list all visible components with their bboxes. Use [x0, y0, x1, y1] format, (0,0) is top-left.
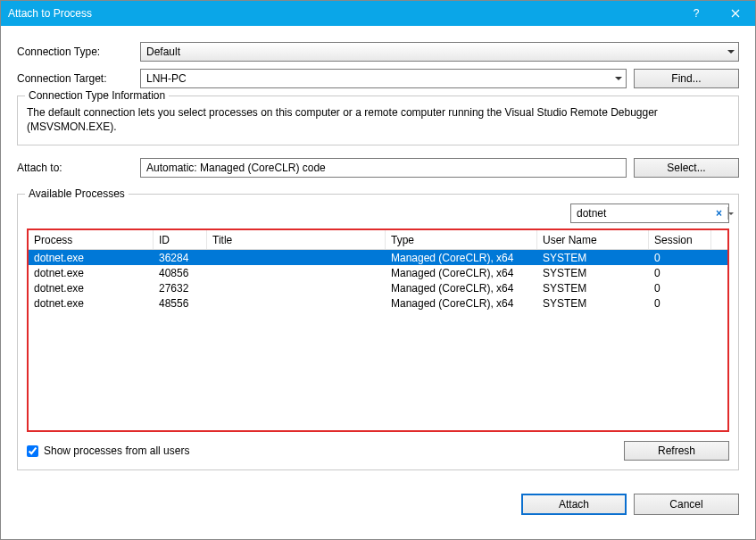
connection-type-label: Connection Type: [17, 46, 140, 58]
cell-process: dotnet.exe [29, 252, 154, 264]
filter-box[interactable]: × [570, 204, 729, 223]
cell-session: 0 [649, 252, 711, 264]
cell-id: 48556 [154, 297, 207, 310]
cell-id: 36284 [154, 252, 207, 264]
col-process[interactable]: Process [29, 230, 154, 249]
col-user[interactable]: User Name [537, 230, 649, 249]
available-processes-title: Available Processes [25, 187, 129, 200]
cell-process: dotnet.exe [29, 267, 154, 279]
filter-input[interactable] [577, 207, 710, 220]
attach-to-value: Automatic: Managed (CoreCLR) code [146, 162, 326, 174]
connection-target-combo[interactable]: LNH-PC [140, 69, 627, 88]
show-all-users-row[interactable]: Show processes from all users [27, 444, 189, 457]
show-all-users-label: Show processes from all users [44, 444, 189, 457]
cell-user: SYSTEM [537, 282, 649, 295]
select-button[interactable]: Select... [634, 158, 739, 178]
help-button[interactable]: ? [677, 1, 716, 26]
table-row[interactable]: dotnet.exe48556Managed (CoreCLR), x64SYS… [29, 295, 727, 311]
cancel-button-label: Cancel [669, 498, 702, 511]
dialog-body: Connection Type: Default Connection Targ… [1, 26, 755, 481]
show-all-users-checkbox[interactable] [27, 445, 38, 457]
col-type[interactable]: Type [386, 230, 537, 249]
cell-type: Managed (CoreCLR), x64 [386, 252, 537, 264]
table-row[interactable]: dotnet.exe27632Managed (CoreCLR), x64SYS… [29, 280, 727, 295]
refresh-button-label: Refresh [658, 444, 695, 457]
connection-type-value: Default [146, 46, 180, 58]
cancel-button[interactable]: Cancel [634, 494, 739, 515]
cell-process: dotnet.exe [29, 297, 154, 310]
col-id[interactable]: ID [154, 230, 207, 249]
table-row[interactable]: dotnet.exe36284Managed (CoreCLR), x64SYS… [29, 250, 727, 265]
cell-process: dotnet.exe [29, 282, 154, 295]
attach-to-label: Attach to: [17, 162, 140, 174]
col-session[interactable]: Session [649, 230, 711, 249]
table-row[interactable]: dotnet.exe40856Managed (CoreCLR), x64SYS… [29, 265, 727, 280]
attach-button-label: Attach [559, 498, 589, 511]
connection-target-value: LNH-PC [146, 72, 187, 85]
chevron-down-icon [615, 77, 622, 80]
find-button-label: Find... [671, 72, 701, 85]
cell-type: Managed (CoreCLR), x64 [386, 297, 537, 310]
clear-filter-icon[interactable]: × [714, 207, 724, 220]
close-button[interactable] [716, 1, 755, 26]
cell-user: SYSTEM [537, 267, 649, 279]
connection-type-info-group: Connection Type Information The default … [17, 96, 739, 145]
close-icon [731, 9, 740, 18]
cell-id: 27632 [154, 282, 207, 295]
cell-user: SYSTEM [537, 297, 649, 310]
refresh-button[interactable]: Refresh [624, 441, 729, 461]
titlebar: Attach to Process ? [1, 1, 755, 26]
connection-type-info-text: The default connection lets you select p… [27, 105, 729, 134]
attach-button[interactable]: Attach [521, 494, 627, 515]
connection-target-label: Connection Target: [17, 72, 140, 85]
cell-type: Managed (CoreCLR), x64 [386, 267, 537, 279]
connection-type-combo[interactable]: Default [140, 42, 739, 62]
cell-session: 0 [649, 297, 711, 310]
col-title[interactable]: Title [207, 230, 386, 249]
available-processes-group: Available Processes × Process ID Title T… [17, 194, 739, 470]
find-button[interactable]: Find... [634, 69, 739, 88]
process-table: Process ID Title Type User Name Session … [27, 228, 729, 432]
cell-session: 0 [649, 267, 711, 279]
cell-session: 0 [649, 282, 711, 295]
table-header: Process ID Title Type User Name Session [29, 230, 727, 250]
attach-to-field: Automatic: Managed (CoreCLR) code [140, 158, 627, 178]
cell-user: SYSTEM [537, 252, 649, 264]
filter-dropdown-icon[interactable] [727, 207, 734, 220]
connection-type-info-title: Connection Type Information [25, 89, 169, 102]
cell-id: 40856 [154, 267, 207, 279]
help-icon: ? [694, 7, 700, 20]
chevron-down-icon [727, 50, 735, 54]
dialog-footer: Attach Cancel [1, 481, 755, 528]
window-title: Attach to Process [8, 7, 677, 20]
cell-type: Managed (CoreCLR), x64 [386, 282, 537, 295]
select-button-label: Select... [667, 162, 705, 174]
